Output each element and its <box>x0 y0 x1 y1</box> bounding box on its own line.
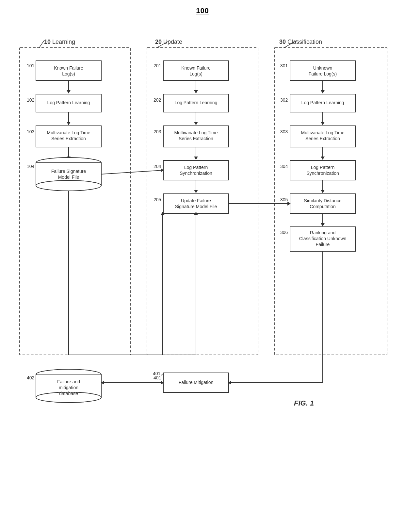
n204-box <box>163 160 229 180</box>
n306-text3: Failure <box>316 242 330 247</box>
n304-box <box>290 160 355 180</box>
n303-text2: Series Extraction <box>305 136 340 141</box>
n402-text3: database <box>59 391 78 396</box>
col1-num-label: 10 Learning <box>44 39 75 45</box>
arrow-304-305-head <box>321 190 325 193</box>
col3-num-label: 30 Classification <box>279 39 322 45</box>
n204-label: 204 <box>154 164 161 169</box>
n304-text1: Log Pattern <box>311 165 334 170</box>
n205-text2: Signature Model File <box>175 204 217 209</box>
n201-text2: Log(s) <box>189 71 202 76</box>
n204-text1: Log Pattern <box>184 165 208 170</box>
arrow-305-306-head <box>321 223 325 226</box>
n101-box <box>36 61 101 80</box>
n402-cover-top <box>37 374 101 375</box>
n205-label: 205 <box>154 197 161 202</box>
arrow-201-202-head <box>194 90 198 93</box>
n205-text1: Update Failure <box>181 198 211 203</box>
n203-text1: Multivariate Log Time <box>174 130 218 135</box>
n104-label: 104 <box>27 164 35 169</box>
n305-text2: Computation <box>310 204 335 209</box>
arrow-102-103-head <box>67 122 71 125</box>
n103-text2: Series Extraction <box>51 136 86 141</box>
arrow-101-102-head <box>67 90 71 93</box>
n102-text: Log Pattern Learning <box>47 100 90 105</box>
cross-104-204-line <box>101 170 163 174</box>
fig-caption: FIG. 1 <box>294 399 314 407</box>
n103-label: 103 <box>27 129 35 134</box>
n306-label: 306 <box>280 230 288 235</box>
n301-box <box>290 61 355 80</box>
n205-box <box>163 194 229 213</box>
n301-text1: Unknown <box>313 65 332 71</box>
n306-text2: Classification Unknown <box>299 236 347 241</box>
n304-label: 304 <box>280 164 288 169</box>
n104-bottom-ellipse <box>36 180 101 191</box>
n306-text1: Ranking and <box>310 230 336 235</box>
col1-label-line <box>39 41 44 48</box>
n104-text2: Model File <box>58 175 79 180</box>
diagram-svg: 10 Learning 20 Update 30 Classification … <box>10 22 395 531</box>
n302-text: Log Pattern Learning <box>301 100 344 105</box>
n101-text2: Log(s) <box>62 71 75 76</box>
col2-num-label: 20 Update <box>155 39 182 45</box>
n305-text1: Similarity Distance <box>304 198 341 203</box>
n104-text1: Failure Signature <box>51 169 86 174</box>
n401-label-text: 401 <box>153 371 161 376</box>
n201-text1: Known Failure <box>181 65 211 71</box>
arrow-303-304-head <box>321 157 325 160</box>
n203-text2: Series Extraction <box>179 136 213 141</box>
n301-label: 301 <box>280 63 288 68</box>
n101-label: 101 <box>27 63 35 68</box>
n401-text: Failure Mitigation <box>179 380 214 385</box>
figure-id: 100 <box>7 7 398 15</box>
n305-box <box>290 194 355 213</box>
n304-text2: Synchronization <box>306 171 339 176</box>
n402-text2: mitigation <box>59 385 78 390</box>
n302-label: 302 <box>280 97 288 103</box>
n402-label: 402 <box>27 375 35 380</box>
n202-text: Log Pattern Learning <box>175 100 218 105</box>
arrow-202-203-head <box>194 122 198 125</box>
n303-label: 303 <box>280 129 288 134</box>
arrow-204-205-head <box>194 190 198 193</box>
arrow-203-204-head <box>194 157 198 160</box>
n103-text1: Multivariate Log Time <box>47 130 90 135</box>
arrow-302-303-head <box>321 122 325 125</box>
n201-box <box>163 61 229 80</box>
n305-label: 305 <box>280 197 288 202</box>
n203-label: 203 <box>154 129 161 134</box>
n104-cover-top <box>37 163 101 163</box>
n402-text1: Failure and <box>57 379 80 384</box>
n301-text2: Failure Log(s) <box>309 71 337 76</box>
n101-text1: Known Failure <box>54 65 83 71</box>
n204-text2: Synchronization <box>180 171 212 176</box>
arrow-301-302-head <box>321 90 325 93</box>
n201-label: 201 <box>154 63 161 68</box>
n202-label: 202 <box>154 97 161 103</box>
n102-label: 102 <box>27 97 35 103</box>
n303-text1: Multivariate Log Time <box>301 130 344 135</box>
